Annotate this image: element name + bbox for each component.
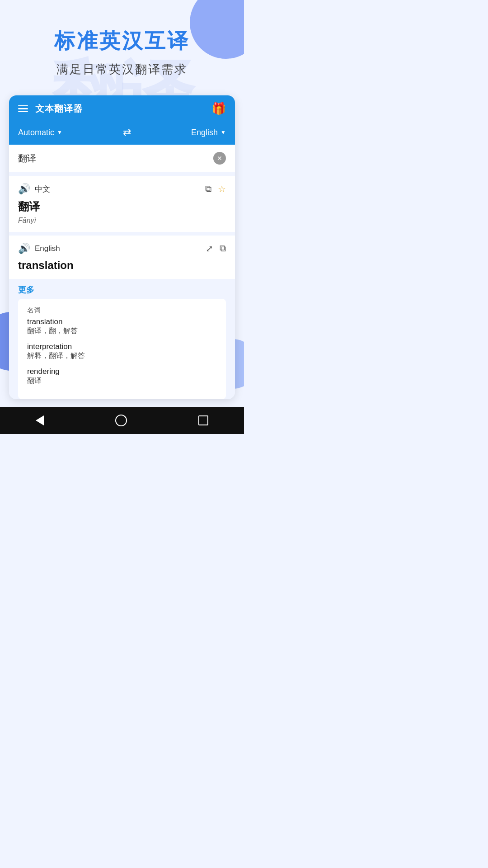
part-of-speech-label: 名词 <box>27 306 217 315</box>
target-lang-arrow: ▼ <box>221 129 226 136</box>
app-header-left: 文本翻译器 <box>18 103 83 115</box>
gift-icon[interactable]: 🎁 <box>211 102 226 116</box>
copy-english-icon[interactable]: ⧉ <box>220 243 226 254</box>
chinese-card-actions: ⧉ ☆ <box>205 184 226 194</box>
copy-chinese-icon[interactable]: ⧉ <box>205 184 211 194</box>
chinese-main-text: 翻译 <box>18 199 226 214</box>
source-lang-selector[interactable]: Automatic ▼ <box>18 128 62 137</box>
app-title: 文本翻译器 <box>35 103 83 115</box>
english-main-text: translation <box>18 259 226 272</box>
sub-title: 满足日常英汉翻译需求 <box>14 61 230 77</box>
target-lang-selector[interactable]: English ▼ <box>191 128 226 137</box>
clear-input-button[interactable] <box>213 152 226 165</box>
header-section: 标准英汉互译 满足日常英汉翻译需求 <box>0 0 244 91</box>
source-lang-arrow: ▼ <box>57 129 62 136</box>
english-card-actions: ⤢ ⧉ <box>206 243 226 254</box>
chinese-speaker-icon[interactable]: 🔊 <box>18 183 30 195</box>
more-meaning-0: 翻译，翻，解答 <box>27 326 217 336</box>
hamburger-menu-icon[interactable] <box>18 105 28 113</box>
chinese-card-header: 🔊 中文 ⧉ ☆ <box>18 183 226 195</box>
input-text[interactable]: 翻译 <box>18 152 213 165</box>
more-word-1: interpretation <box>27 342 217 351</box>
more-meaning-2: 翻译 <box>27 376 217 386</box>
more-section: 更多 名词 translation 翻译，翻，解答 interpretation… <box>9 279 235 399</box>
chinese-lang-label: 中文 <box>35 184 50 194</box>
chinese-lang-left: 🔊 中文 <box>18 183 50 195</box>
lang-bar: Automatic ▼ ⇄ English ▼ <box>9 122 235 145</box>
english-lang-left: 🔊 English <box>18 243 60 255</box>
more-word-0: translation <box>27 317 217 326</box>
more-entry-1: interpretation 解释，翻译，解答 <box>27 342 217 361</box>
more-entry-0: translation 翻译，翻，解答 <box>27 317 217 336</box>
cards-area: 翻译 🔊 中文 ⧉ ☆ 翻译 Fānyì 🔊 <box>9 145 235 399</box>
nav-home-button[interactable] <box>115 415 127 426</box>
main-title: 标准英汉互译 <box>14 27 230 55</box>
swap-languages-icon[interactable]: ⇄ <box>123 127 131 138</box>
favorite-chinese-icon[interactable]: ☆ <box>218 184 226 194</box>
english-card-header: 🔊 English ⤢ ⧉ <box>18 243 226 255</box>
english-result-card: 🔊 English ⤢ ⧉ translation <box>9 236 235 279</box>
input-card: 翻译 <box>9 145 235 172</box>
more-card: 名词 translation 翻译，翻，解答 interpretation 解释… <box>18 299 226 399</box>
more-entry-2: rendering 翻译 <box>27 367 217 386</box>
english-speaker-icon[interactable]: 🔊 <box>18 243 30 255</box>
nav-back-button[interactable] <box>36 415 44 425</box>
open-english-icon[interactable]: ⤢ <box>206 243 213 254</box>
chinese-result-card: 🔊 中文 ⧉ ☆ 翻译 Fānyì <box>9 176 235 232</box>
source-lang-label: Automatic <box>18 128 54 137</box>
chinese-pinyin: Fānyì <box>18 217 226 225</box>
more-label: 更多 <box>18 284 226 295</box>
more-meaning-1: 解释，翻译，解答 <box>27 351 217 361</box>
app-header: 文本翻译器 🎁 <box>9 95 235 122</box>
english-lang-label: English <box>35 244 60 253</box>
nav-recent-button[interactable] <box>198 415 208 425</box>
app-container: 文本翻译器 🎁 Automatic ▼ ⇄ English ▼ 翻译 🔊 中文 <box>9 95 235 399</box>
target-lang-label: English <box>191 128 218 137</box>
bottom-nav <box>0 407 244 434</box>
more-word-2: rendering <box>27 367 217 376</box>
